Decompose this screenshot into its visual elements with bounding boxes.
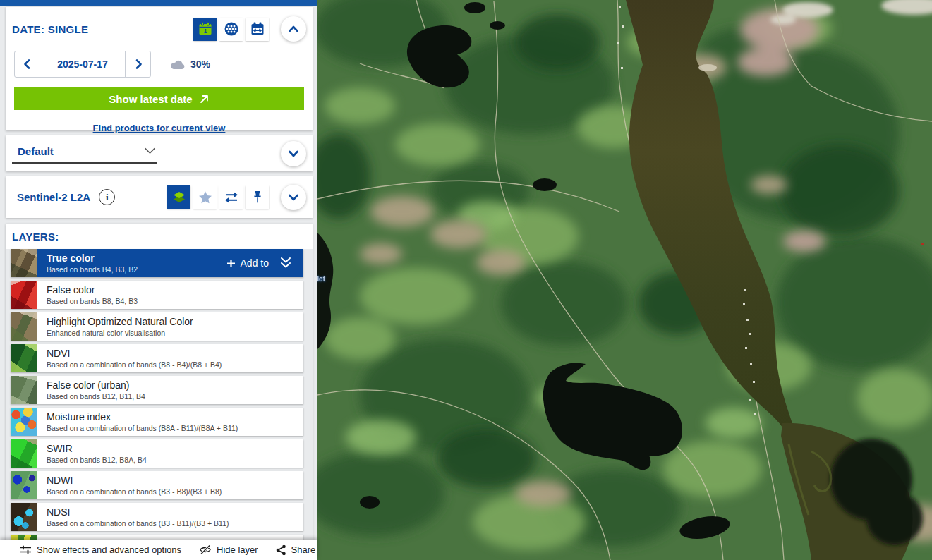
theme-select[interactable]: Default	[12, 144, 157, 164]
compare-button[interactable]	[219, 185, 243, 209]
info-icon[interactable]: i	[99, 189, 115, 205]
layer-thumbnail	[11, 249, 37, 277]
datasource-panel: Sentinel-2 L2A i	[6, 176, 313, 218]
north-east-arrow-icon	[199, 94, 210, 104]
map-place-label: det	[317, 275, 325, 283]
layer-item-highlight-optimized-natural-color[interactable]: Highlight Optimized Natural ColorEnhance…	[11, 312, 303, 341]
layer-item-moisture-index[interactable]: Moisture indexBased on a combination of …	[11, 408, 303, 436]
layer-thumbnail	[11, 344, 37, 372]
layer-title: NDSI	[47, 506, 229, 518]
show-effects-label: Show effects and advanced options	[37, 544, 181, 555]
pin-button[interactable]	[246, 185, 269, 209]
layer-description: Based on bands B8, B4, B3	[47, 297, 138, 305]
select-chevron-down-icon	[144, 147, 156, 155]
layer-thumbnail	[11, 281, 37, 309]
layer-title: False color (urban)	[47, 379, 145, 391]
layer-description: Based on a combination of bands (B8 - B4…	[47, 360, 222, 369]
layers-visibility-button[interactable]	[167, 185, 190, 209]
layer-thumbnail	[11, 471, 37, 499]
layer-description: Based on bands B12, B8A, B4	[47, 456, 147, 464]
find-products-link[interactable]: Find products for current view	[6, 123, 313, 133]
cloud-coverage-value: 30%	[190, 59, 210, 70]
layer-text: False color (urban)Based on bands B12, B…	[37, 379, 145, 401]
single-date-mode-button[interactable]: 1	[193, 18, 217, 41]
eye-off-icon	[199, 544, 212, 555]
mosaic-globe-button[interactable]	[219, 18, 243, 41]
theme-panel: Default	[6, 135, 313, 171]
layer-text: SWIRBased on bands B12, B8A, B4	[37, 443, 147, 464]
share-icon	[276, 544, 286, 556]
sidebar-top-accent	[0, 0, 317, 6]
plus-icon	[226, 259, 236, 268]
chevron-up-icon	[286, 21, 301, 37]
single-date-calendar-icon: 1	[197, 20, 214, 37]
pin-icon	[249, 189, 266, 206]
collapse-date-panel-button[interactable]	[281, 16, 306, 42]
layer-description: Based on bands B12, B11, B4	[47, 392, 145, 401]
layer-item-swir[interactable]: SWIRBased on bands B12, B8A, B4	[11, 439, 303, 468]
satellite-map-image	[317, 0, 932, 560]
layer-text: NDSIBased on a combination of bands (B3 …	[37, 506, 229, 528]
layer-title: Moisture index	[47, 411, 238, 422]
layer-item-false-color[interactable]: False colorBased on bands B8, B4, B3	[11, 281, 303, 309]
add-to-label: Add to	[241, 257, 269, 269]
mosaic-globe-icon	[223, 20, 240, 37]
layer-text: Moisture indexBased on a combination of …	[37, 411, 238, 432]
date-range-mode-button[interactable]	[246, 18, 269, 41]
layer-text: Highlight Optimized Natural ColorEnhance…	[37, 316, 193, 337]
layer-text: NDVIBased on a combination of bands (B8 …	[37, 348, 222, 369]
share-link[interactable]: Share	[276, 544, 316, 556]
layer-title: False color	[47, 284, 138, 296]
layers-footer: Show effects and advanced options Hide l…	[0, 540, 317, 560]
layers-panel: LAYERS: True colorBased on bands B4, B3,…	[6, 224, 313, 560]
date-range-calendar-icon	[249, 20, 266, 37]
layer-thumbnail	[11, 408, 37, 436]
date-panel: DATE: SINGLE 1	[6, 7, 313, 130]
show-latest-date-button[interactable]: Show latest date	[14, 87, 304, 110]
date-value[interactable]: 2025-07-17	[40, 51, 126, 78]
show-latest-date-label: Show latest date	[109, 93, 192, 105]
date-panel-title: DATE: SINGLE	[12, 23, 88, 35]
layer-item-ndvi[interactable]: NDVIBased on a combination of bands (B8 …	[11, 344, 303, 372]
date-mode-buttons: 1	[193, 18, 269, 41]
tune-sliders-icon	[20, 544, 32, 555]
sidebar: DATE: SINGLE 1	[0, 0, 317, 560]
expand-datasource-panel-button[interactable]	[281, 185, 306, 210]
layer-title: NDWI	[47, 475, 222, 486]
next-date-button[interactable]	[125, 51, 151, 78]
chevron-down-icon	[286, 190, 301, 205]
layers-icon	[171, 189, 188, 206]
layers-panel-header: LAYERS:	[6, 224, 313, 249]
layer-description: Based on a combination of bands (B8A - B…	[47, 424, 238, 432]
datasource-title: Sentinel-2 L2A	[17, 191, 90, 203]
layer-title: True color	[47, 252, 138, 264]
map-viewport[interactable]: det	[317, 0, 932, 560]
layer-item-ndwi[interactable]: NDWIBased on a combination of bands (B3 …	[11, 471, 303, 499]
add-to-button[interactable]: Add to	[226, 256, 303, 270]
layer-item-true-color[interactable]: True colorBased on bands B4, B3, B2Add t…	[11, 249, 303, 277]
expand-theme-panel-button[interactable]	[281, 141, 306, 166]
hide-layer-link[interactable]: Hide layer	[199, 544, 258, 555]
svg-text:1: 1	[203, 28, 207, 35]
favorite-star-button[interactable]	[193, 185, 217, 209]
layer-title: Highlight Optimized Natural Color	[47, 316, 193, 327]
layer-thumbnail	[11, 503, 37, 531]
layer-text: NDWIBased on a combination of bands (B3 …	[37, 475, 222, 496]
layer-description: Based on a combination of bands (B3 - B1…	[47, 519, 229, 528]
layer-thumbnail	[11, 439, 37, 468]
layer-item-false-color-urban[interactable]: False color (urban)Based on bands B12, B…	[11, 376, 303, 404]
prev-date-button[interactable]	[14, 51, 40, 78]
double-chevron-down-icon	[277, 256, 294, 270]
layer-description: Enhanced natural color visualisation	[47, 329, 193, 337]
cloud-icon	[170, 59, 186, 70]
layer-description: Based on bands B4, B3, B2	[47, 265, 138, 274]
show-effects-link[interactable]: Show effects and advanced options	[20, 544, 181, 555]
date-stepper: 2025-07-17	[14, 51, 151, 78]
layer-title: NDVI	[47, 348, 222, 359]
cloud-coverage: 30%	[170, 59, 210, 70]
layer-item-ndsi[interactable]: NDSIBased on a combination of bands (B3 …	[11, 503, 303, 531]
share-label: Share	[291, 544, 316, 555]
layers-heading: LAYERS:	[12, 231, 59, 243]
compare-arrows-icon	[223, 189, 240, 206]
datasource-buttons	[167, 185, 269, 209]
